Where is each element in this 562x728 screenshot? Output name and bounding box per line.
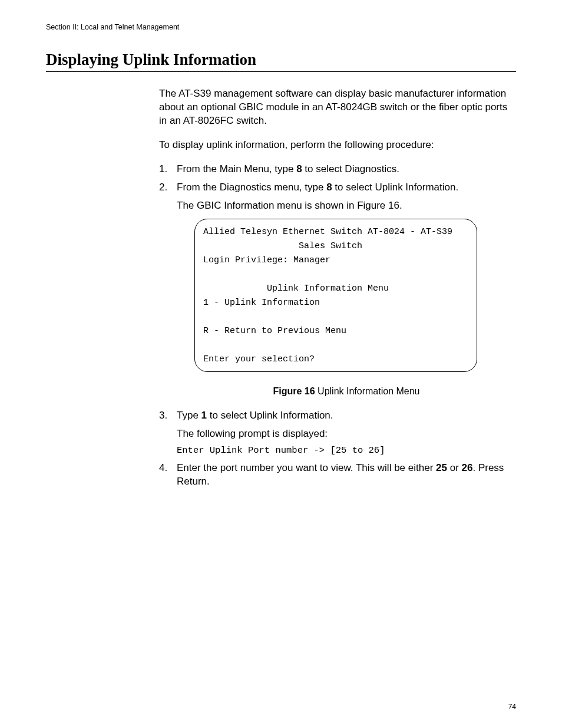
step-4: Enter the port number you want to view. … (159, 462, 516, 489)
step-2-sub: The GBIC Information menu is shown in Fi… (177, 199, 516, 213)
step-1-text-a: From the Main Menu, type (177, 163, 296, 174)
step-1-key: 8 (296, 163, 302, 174)
step-3-sub: The following prompt is displayed: (177, 427, 516, 441)
procedure-list: From the Main Menu, type 8 to select Dia… (159, 163, 516, 489)
step-1: From the Main Menu, type 8 to select Dia… (159, 163, 516, 176)
terminal-line-7: Enter your selection? (203, 354, 315, 364)
terminal-line-2: Sales Switch (203, 241, 362, 251)
body-content: The AT-S39 management software can displ… (159, 87, 516, 489)
step-3-prompt: Enter Uplink Port number -> [25 to 26] (177, 444, 516, 457)
step-2-key: 8 (326, 182, 332, 193)
figure-caption-text: Uplink Information Menu (315, 386, 420, 396)
page-number: 74 (508, 702, 516, 711)
step-1-text-c: to select Diagnostics. (302, 163, 399, 174)
section-header: Section II: Local and Telnet Management (46, 22, 516, 32)
terminal-line-3: Login Privilege: Manager (203, 255, 330, 265)
terminal-line-1: Allied Telesyn Ethernet Switch AT-8024 -… (203, 227, 452, 237)
intro-paragraph-1: The AT-S39 management software can displ… (159, 87, 516, 128)
step-4-text-a: Enter the port number you want to view. … (177, 462, 436, 473)
terminal-line-4: Uplink Information Menu (203, 284, 389, 294)
step-2-text-a: From the Diagnostics menu, type (177, 182, 326, 193)
step-4-key-26: 26 (462, 462, 473, 473)
step-3-key: 1 (201, 410, 207, 421)
page-title: Displaying Uplink Information (46, 49, 516, 72)
step-4-text-c: or (447, 462, 462, 473)
step-3: Type 1 to select Uplink Information. The… (159, 409, 516, 457)
terminal-line-6: R - Return to Previous Menu (203, 326, 346, 336)
figure-caption: Figure 16 Uplink Information Menu (177, 385, 516, 398)
terminal-line-5: 1 - Uplink Information (203, 298, 320, 308)
step-3-text-a: Type (177, 410, 201, 421)
step-2: From the Diagnostics menu, type 8 to sel… (159, 181, 516, 397)
figure-label: Figure 16 (273, 386, 315, 396)
intro-paragraph-2: To display uplink information, perform t… (159, 139, 516, 152)
terminal-output-box: Allied Telesyn Ethernet Switch AT-8024 -… (194, 219, 477, 372)
step-4-key-25: 25 (436, 462, 447, 473)
step-2-text-c: to select Uplink Information. (332, 182, 458, 193)
step-3-text-c: to select Uplink Information. (207, 410, 333, 421)
